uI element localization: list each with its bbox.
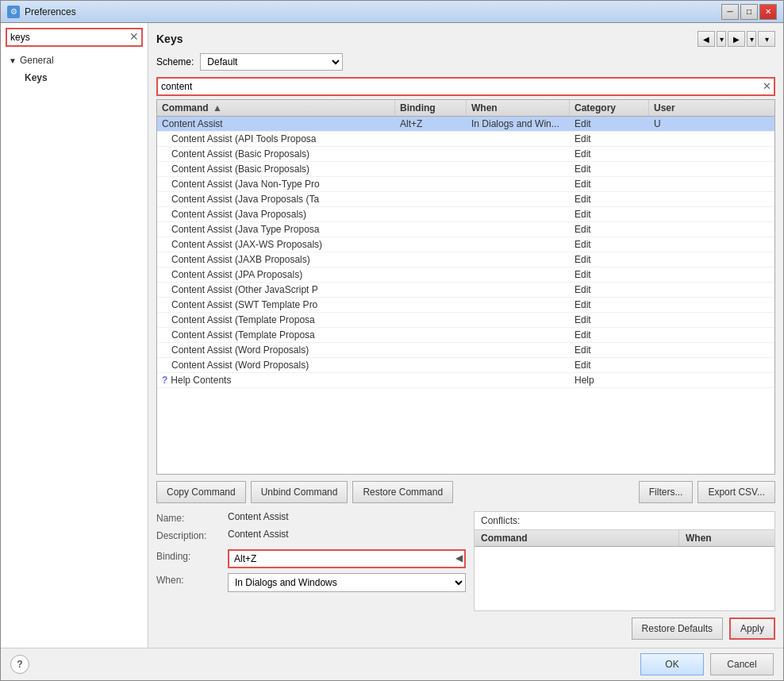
header-binding[interactable]: Binding [395, 100, 467, 116]
help-button[interactable]: ? [10, 655, 29, 674]
sort-arrow: ▲ [213, 102, 222, 114]
cell-user: U [649, 117, 774, 131]
table-row[interactable]: Content Assist (Java Proposals (Ta Edit [157, 192, 774, 207]
cell-command: Content Assist (API Tools Proposa [157, 132, 395, 146]
cell-category: Edit [570, 298, 649, 312]
scheme-select[interactable]: Default Emacs VI [200, 53, 343, 71]
sidebar-search-container: keys ✕ [6, 28, 143, 47]
cell-category: Edit [570, 283, 649, 297]
cell-binding [395, 379, 467, 382]
table-row[interactable]: Content Assist (Basic Proposals) Edit [157, 162, 774, 177]
name-row: Name: Content Assist [156, 511, 466, 524]
sidebar-item-general[interactable]: ▼ General [6, 53, 143, 67]
nav-back-dropdown[interactable]: ▾ [717, 31, 726, 47]
cell-category: Edit [570, 358, 649, 372]
cell-binding [395, 152, 467, 156]
table-row[interactable]: Content Assist (Template Proposa Edit [157, 313, 774, 328]
title-controls: ─ □ ✕ [721, 4, 777, 20]
cell-command: Content Assist (Word Proposals) [157, 358, 395, 372]
binding-input[interactable] [228, 549, 466, 568]
window-icon: ⚙ [7, 6, 20, 18]
copy-command-button[interactable]: Copy Command [156, 481, 246, 503]
cell-user [649, 152, 774, 156]
description-value: Content Assist [228, 529, 289, 540]
nav-back-button[interactable]: ◀ [698, 31, 715, 47]
table-row[interactable]: Content Assist (Word Proposals) Edit [157, 358, 774, 373]
nav-forward-dropdown[interactable]: ▾ [747, 31, 756, 47]
cell-command: Content Assist (Java Proposals (Ta [157, 192, 395, 206]
when-row: When: In Dialogs and Windows In Windows … [156, 573, 466, 592]
panel-nav: ◀ ▾ ▶ ▾ ▾ [698, 31, 775, 47]
ok-button[interactable]: OK [640, 653, 704, 675]
cell-category: Edit [570, 132, 649, 146]
table-row[interactable]: Content Assist (JAXB Proposals) Edit [157, 252, 774, 267]
table-row[interactable]: Content Assist (Word Proposals) Edit [157, 343, 774, 358]
cell-binding [395, 243, 467, 246]
table-header: Command ▲ Binding When Category User [157, 100, 774, 117]
nav-more-button[interactable]: ▾ [758, 31, 775, 47]
table-row[interactable]: Content Assist (Template Proposa Edit [157, 328, 774, 343]
cell-category: Edit [570, 222, 649, 237]
table-row[interactable]: Content Assist (JAX-WS Proposals) Edit [157, 237, 774, 252]
cell-category: Edit [570, 313, 649, 327]
cell-when [467, 364, 570, 367]
table-row[interactable]: Content Assist (Java Type Proposa Edit [157, 222, 774, 237]
table-row[interactable]: Content Assist (SWT Template Pro Edit [157, 298, 774, 313]
cell-category: Edit [570, 237, 649, 252]
unbind-command-button[interactable]: Unbind Command [251, 481, 348, 503]
table-row[interactable]: Content Assist (Java Non-Type Pro Edit [157, 177, 774, 192]
cell-command: Content Assist (SWT Template Pro [157, 298, 395, 312]
cell-category: Edit [570, 252, 649, 267]
sidebar-search-clear[interactable]: ✕ [127, 29, 141, 44]
close-button[interactable]: ✕ [759, 4, 777, 20]
cell-when [467, 273, 570, 276]
cell-category: Edit [570, 328, 649, 342]
header-when[interactable]: When [467, 100, 570, 116]
restore-defaults-button[interactable]: Restore Defaults [632, 618, 723, 640]
cell-binding [395, 288, 467, 291]
cell-when: In Dialogs and Win... [467, 117, 570, 131]
header-user[interactable]: User [649, 100, 774, 116]
cell-when [467, 228, 570, 231]
when-select[interactable]: In Dialogs and Windows In Windows Editin… [228, 573, 466, 592]
cell-binding [395, 303, 467, 306]
cell-binding [395, 348, 467, 352]
action-buttons: Copy Command Unbind Command Restore Comm… [156, 481, 775, 503]
maximize-button[interactable]: □ [740, 4, 758, 20]
table-row[interactable]: Content Assist (Basic Proposals) Edit [157, 147, 774, 162]
filter-clear-button[interactable]: ✕ [759, 79, 774, 93]
export-csv-button[interactable]: Export CSV... [698, 481, 775, 503]
cell-user [649, 137, 774, 140]
cell-user [649, 364, 774, 367]
table-row[interactable]: Content Assist Alt+Z In Dialogs and Win.… [157, 117, 774, 132]
conflicts-when-header: When [679, 530, 774, 546]
header-category[interactable]: Category [570, 100, 649, 116]
filter-input[interactable] [156, 77, 775, 96]
cell-when [467, 333, 570, 337]
commands-table: Command ▲ Binding When Category User Con… [156, 99, 775, 475]
table-row[interactable]: ?Help Contents Help [157, 373, 774, 388]
table-row[interactable]: Content Assist (JPA Proposals) Edit [157, 267, 774, 283]
scheme-label: Scheme: [156, 56, 194, 67]
cancel-button[interactable]: Cancel [710, 653, 774, 675]
cell-when [467, 303, 570, 306]
cell-command: Content Assist (Java Proposals) [157, 207, 395, 221]
table-row[interactable]: Content Assist (API Tools Proposa Edit [157, 132, 774, 147]
nav-forward-button[interactable]: ▶ [728, 31, 745, 47]
minimize-button[interactable]: ─ [721, 4, 739, 20]
cell-user [649, 167, 774, 171]
sidebar-search-input[interactable]: keys [6, 28, 143, 47]
filters-button[interactable]: Filters... [639, 481, 694, 503]
cell-when [467, 167, 570, 171]
sidebar-item-keys[interactable]: Keys [6, 71, 143, 85]
cell-binding [395, 228, 467, 231]
header-command[interactable]: Command ▲ [157, 100, 395, 116]
description-row: Description: Content Assist [156, 529, 466, 541]
table-row[interactable]: Content Assist (Java Proposals) Edit [157, 207, 774, 222]
apply-button[interactable]: Apply [729, 618, 775, 640]
cell-command: Content Assist (Java Type Proposa [157, 222, 395, 237]
cell-category: Edit [570, 162, 649, 176]
cell-command: Content Assist (JAXB Proposals) [157, 252, 395, 267]
table-row[interactable]: Content Assist (Other JavaScript P Edit [157, 283, 774, 298]
restore-command-button[interactable]: Restore Command [352, 481, 453, 503]
